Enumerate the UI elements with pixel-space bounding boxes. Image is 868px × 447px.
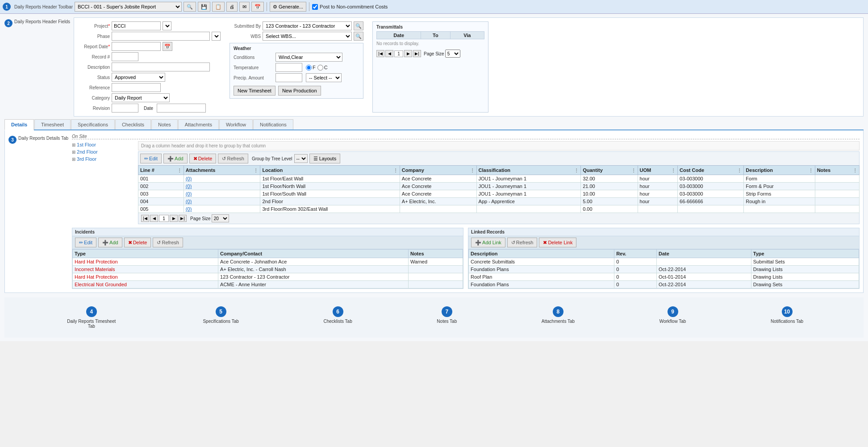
linked-records-row[interactable]: Concrete Submittals0Submittal Sets [469, 258, 859, 266]
temp-c-radio[interactable] [317, 65, 323, 71]
linked-cell-rev: 0 [614, 281, 657, 288]
wbs-search-btn[interactable]: 🔍 [354, 32, 363, 41]
table-row[interactable]: 005(0)3rd Floor/Room 302/East Wall0.00 [138, 205, 860, 213]
post-to-costs-checkbox[interactable]: Post to Non-commitment Costs [312, 4, 388, 10]
grid-pager-first[interactable]: |◀ [141, 215, 149, 222]
incidents-cell-notes [408, 273, 463, 281]
pager-first-btn[interactable]: |◀ [376, 50, 384, 57]
search-button[interactable]: 🔍 [184, 2, 196, 12]
temp-f-label[interactable]: F [306, 65, 316, 71]
tab-checklists[interactable]: Checklists [115, 119, 151, 130]
linked-records-row[interactable]: Foundation Plans0Oct-22-2014Drawing Sets [469, 281, 859, 288]
incidents-row[interactable]: Incorrect MaterialsA+ Electric, Inc. - C… [73, 266, 463, 273]
pager-prev-btn[interactable]: ◀ [385, 50, 393, 57]
incidents-refresh-btn[interactable]: ↺ Refresh [153, 238, 183, 247]
temp-c-label[interactable]: C [317, 65, 328, 71]
project-field-row: Project ▼ [79, 21, 221, 30]
tab-details[interactable]: Details [4, 119, 34, 130]
linked-delete-link-btn[interactable]: ✖ Delete Link [539, 238, 576, 247]
table-row[interactable]: 001(0)1st Floor/East WallAce ConcreteJOU… [138, 175, 860, 183]
grid-cell-company: A+ Electric, Inc. [400, 198, 476, 205]
save-copy-button[interactable]: 📋 [212, 2, 225, 12]
reference-input[interactable] [112, 83, 161, 92]
report-selector[interactable]: BCCI - 001 - Super's Jobsite Report [75, 2, 182, 12]
linked-records-toolbar: ➕ Add Link ↺ Refresh ✖ Delete Link [468, 236, 859, 249]
grid-pager-last[interactable]: ▶| [179, 215, 187, 222]
report-date-input[interactable]: Oct-22-2014 [112, 42, 161, 51]
temp-f-radio[interactable] [306, 65, 312, 71]
pager-next-btn[interactable]: ▶ [404, 50, 412, 57]
linked-records-row[interactable]: Foundation Plans0Oct-22-2014Drawing List… [469, 266, 859, 273]
new-production-btn[interactable]: New Production [278, 86, 321, 96]
tab-notifications[interactable]: Notifications [253, 119, 293, 130]
grid-delete-btn[interactable]: ✖ Delete [189, 154, 217, 163]
revision-input[interactable]: 0 [112, 104, 138, 113]
linked-add-link-btn[interactable]: ➕ Add Link [471, 238, 505, 247]
phase-input[interactable]: 2 - Construction - Construction [112, 32, 210, 41]
main-content: 2 Daily Reports Header Fields Project ▼ … [0, 14, 868, 341]
grid-pager-next[interactable]: ▶ [170, 215, 178, 222]
table-row[interactable]: 002(0)1st Floor/North WallAce ConcreteJO… [138, 183, 860, 190]
drag-hint: Drag a column header and drop it here to… [138, 141, 860, 150]
linked-records-row[interactable]: Roof Plan0Oct-01-2014Drawing Lists [469, 273, 859, 281]
grid-pager-prev[interactable]: ◀ [150, 215, 158, 222]
post-to-costs-input[interactable] [312, 4, 318, 10]
submitted-by-select[interactable]: 123 Contractor - 123 Contractor [263, 21, 352, 30]
page-size-label: Page Size [424, 51, 444, 56]
table-row[interactable]: 004(0)2nd FloorA+ Electric, Inc.App - Ap… [138, 198, 860, 205]
category-select[interactable]: Daily Report [112, 93, 170, 102]
grid-add-btn[interactable]: ➕ Add [163, 154, 188, 163]
table-row[interactable]: 003(0)1st Floor/South WallAce ConcreteJO… [138, 190, 860, 198]
page-size-select[interactable]: 51020 [445, 50, 460, 58]
pager-last-btn[interactable]: ▶| [413, 50, 421, 57]
incidents-delete-btn[interactable]: ✖ Delete [124, 238, 151, 247]
grid-refresh-btn[interactable]: ↺ Refresh [218, 154, 248, 163]
calendar-date-btn[interactable]: 📅 [163, 42, 172, 51]
precip-input[interactable]: 0.00 [275, 73, 302, 82]
incidents-row[interactable]: Electrical Not GroundedACME - Anne Hunte… [73, 281, 463, 288]
description-input[interactable]: Super's Jobsite Report [112, 63, 210, 71]
record-num-input[interactable]: 001 [112, 52, 138, 61]
phase-select[interactable]: ▼ [212, 32, 221, 41]
tab-timesheet[interactable]: Timesheet [34, 119, 71, 130]
incidents-row[interactable]: Hard Hat ProtectionAce Concrete - Johnat… [73, 258, 463, 266]
incidents-cell-type: Hard Hat Protection [73, 273, 218, 281]
linked-refresh-btn[interactable]: ↺ Refresh [507, 238, 538, 247]
generate-button[interactable]: ⚙ Generate... [270, 2, 306, 12]
grid-page-size-select[interactable]: 2050100 [212, 214, 229, 222]
incidents-row[interactable]: Hard Hat Protection123 Contractor - 123 … [73, 273, 463, 281]
grid-page-input[interactable] [159, 215, 169, 222]
tab-notes[interactable]: Notes [151, 119, 178, 130]
tree-item-3rd-floor[interactable]: 3rd Floor [72, 155, 134, 163]
attachment-link[interactable]: (0) [186, 206, 192, 212]
grid-edit-btn[interactable]: ✏ Edit [140, 154, 162, 163]
project-select[interactable]: ▼ [163, 21, 171, 30]
tab-workflow[interactable]: Workflow [219, 119, 253, 130]
print-button[interactable]: 🖨 [226, 2, 238, 12]
conditions-select[interactable]: Wind,Clear [275, 53, 342, 62]
tree-item-2nd-floor[interactable]: 2nd Floor [72, 148, 134, 155]
group-by-select[interactable]: -- [294, 154, 308, 163]
attachment-link[interactable]: (0) [186, 184, 192, 189]
tree-item-1st-floor[interactable]: 1st Floor [72, 141, 134, 148]
incidents-col-company: Company/Contact [218, 250, 409, 258]
attachment-link[interactable]: (0) [186, 191, 192, 196]
calendar-button[interactable]: 📅 [251, 2, 264, 12]
new-timesheet-btn[interactable]: New Timesheet [234, 86, 275, 96]
attachment-link[interactable]: (0) [186, 176, 192, 181]
wbs-select[interactable]: Select WBS... [263, 32, 352, 41]
project-input[interactable] [112, 21, 161, 30]
save-button[interactable]: 💾 [198, 2, 210, 12]
temperature-input[interactable]: 65.00 [275, 63, 302, 72]
tab-attachments[interactable]: Attachments [178, 119, 219, 130]
incidents-add-btn[interactable]: ➕ Add [98, 238, 122, 247]
attachment-link[interactable]: (0) [186, 199, 192, 204]
revision-date-input[interactable]: Oct-22-2014 [157, 104, 206, 113]
status-select[interactable]: Approved [112, 73, 165, 82]
layouts-btn[interactable]: ☰ Layouts [309, 154, 341, 163]
precip-select[interactable]: -- Select -- [306, 73, 342, 82]
incidents-edit-btn[interactable]: ✏ Edit [75, 238, 96, 247]
email-button[interactable]: ✉ [239, 2, 250, 12]
submitted-by-search-btn[interactable]: 🔍 [354, 21, 363, 30]
tab-specifications[interactable]: Specifications [71, 119, 115, 130]
